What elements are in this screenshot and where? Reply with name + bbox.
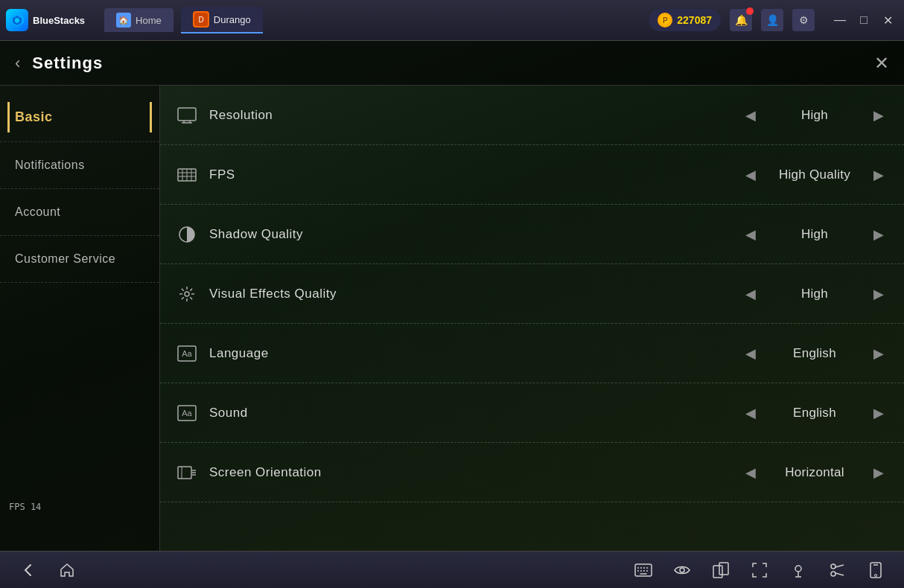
resolution-icon — [175, 103, 199, 127]
coin-icon: P — [658, 13, 672, 28]
sidebar-customer-service-label: Customer Service — [15, 252, 115, 265]
sidebar-item-basic[interactable]: Basic — [0, 93, 159, 142]
shadow-quality-row: Shadow Quality ◀ High ▶ — [160, 205, 904, 264]
svg-line-22 — [190, 288, 192, 290]
fps-value: High Quality — [770, 167, 859, 182]
visual-effects-icon — [175, 282, 199, 306]
keyboard-taskbar-btn[interactable] — [630, 557, 657, 584]
sound-next-btn[interactable]: ▶ — [868, 403, 889, 424]
svg-line-50 — [835, 565, 844, 567]
game-tab-icon: D — [193, 11, 209, 28]
sound-prev-btn[interactable]: ◀ — [740, 403, 761, 424]
sound-icon: Aa — [175, 401, 199, 425]
notification-wrapper: 🔔 — [730, 9, 752, 31]
svg-point-24 — [185, 292, 189, 296]
back-button[interactable]: ‹ — [15, 54, 20, 73]
shadow-quality-icon — [175, 223, 199, 246]
maximize-btn[interactable]: □ — [853, 10, 874, 31]
eye-taskbar-btn[interactable] — [669, 557, 695, 584]
svg-point-48 — [831, 564, 835, 569]
title-bar-left: BlueStacks 🏠 Home D Durango — [6, 7, 649, 33]
resolution-row: Resolution ◀ High ▶ — [160, 86, 904, 145]
sidebar-account-label: Account — [15, 205, 60, 218]
sidebar-item-account[interactable]: Account — [0, 189, 159, 236]
window-controls: — □ ✕ — [830, 10, 898, 31]
home-tab-icon: 🏠 — [116, 13, 131, 28]
multi-taskbar-btn[interactable] — [707, 557, 734, 584]
screen-orientation-label: Screen Orientation — [209, 465, 740, 480]
svg-line-20 — [182, 288, 184, 290]
sound-label: Sound — [209, 406, 740, 421]
resolution-value: High — [770, 108, 859, 123]
fps-counter: FPS 14 — [9, 502, 41, 512]
taskbar — [0, 551, 904, 588]
resolution-prev-btn[interactable]: ◀ — [740, 105, 761, 126]
shadow-quality-control: ◀ High ▶ — [740, 224, 889, 245]
close-settings-button[interactable]: ✕ — [874, 53, 889, 74]
svg-line-23 — [182, 297, 184, 299]
game-tab[interactable]: D Durango — [181, 7, 263, 33]
scissors-taskbar-btn[interactable] — [824, 557, 850, 584]
language-label: Language — [209, 346, 740, 361]
back-taskbar-btn[interactable] — [15, 557, 42, 584]
svg-text:Aa: Aa — [182, 349, 192, 358]
sound-row: Aa Sound ◀ English ▶ — [160, 383, 904, 443]
settings-btn[interactable]: ⚙ — [792, 9, 815, 31]
screen-orientation-next-btn[interactable]: ▶ — [868, 462, 889, 483]
screen-orientation-control: ◀ Horizontal ▶ — [740, 462, 889, 483]
svg-text:D: D — [198, 16, 203, 24]
sidebar-item-customer-service[interactable]: Customer Service — [0, 236, 159, 283]
language-control: ◀ English ▶ — [740, 343, 889, 364]
svg-point-49 — [831, 572, 835, 576]
resolution-control: ◀ High ▶ — [740, 105, 889, 126]
bluestacks-logo — [6, 9, 28, 31]
sidebar-basic-label: Basic — [15, 109, 53, 124]
sound-value: English — [770, 406, 859, 421]
language-next-btn[interactable]: ▶ — [868, 343, 889, 364]
shadow-quality-value: High — [770, 227, 859, 242]
home-tab-label: Home — [136, 15, 162, 26]
settings-panel: Resolution ◀ High ▶ — [160, 86, 904, 551]
language-value: English — [770, 346, 859, 361]
svg-point-47 — [795, 566, 801, 572]
svg-point-44 — [680, 568, 684, 572]
minimize-btn[interactable]: — — [830, 10, 850, 31]
title-bar-right: P 227087 🔔 👤 ⚙ — □ ✕ — [649, 9, 898, 31]
svg-point-53 — [875, 574, 877, 576]
app-title: BlueStacks — [33, 15, 85, 26]
profile-btn[interactable]: 👤 — [761, 9, 783, 31]
language-prev-btn[interactable]: ◀ — [740, 343, 761, 364]
fullscreen-taskbar-btn[interactable] — [746, 557, 773, 584]
fps-prev-btn[interactable]: ◀ — [740, 164, 761, 185]
close-btn[interactable]: ✕ — [877, 10, 898, 31]
shadow-quality-prev-btn[interactable]: ◀ — [740, 224, 761, 245]
svg-line-51 — [835, 573, 844, 575]
visual-effects-next-btn[interactable]: ▶ — [868, 284, 889, 304]
screen-orientation-prev-btn[interactable]: ◀ — [740, 462, 761, 483]
fps-row: FPS ◀ High Quality ▶ — [160, 145, 904, 205]
screen-orientation-icon — [175, 461, 199, 485]
sidebar-notifications-label: Notifications — [15, 159, 85, 171]
screen-orientation-row: Screen Orientation ◀ Horizontal ▶ — [160, 443, 904, 502]
visual-effects-control: ◀ High ▶ — [740, 284, 889, 304]
visual-effects-value: High — [770, 287, 859, 301]
title-bar: BlueStacks 🏠 Home D Durango P 227087 🔔 👤… — [0, 0, 904, 41]
game-tab-label: Durango — [214, 14, 251, 25]
visual-effects-prev-btn[interactable]: ◀ — [740, 284, 761, 304]
phone-taskbar-btn[interactable] — [862, 557, 889, 584]
shadow-quality-next-btn[interactable]: ▶ — [868, 224, 889, 245]
settings-title: Settings — [32, 54, 103, 73]
settings-area: ‹ Settings ✕ Basic Notifications Account… — [0, 41, 904, 551]
fps-label: FPS — [209, 167, 740, 182]
visual-effects-label: Visual Effects Quality — [209, 287, 740, 301]
notification-dot — [746, 7, 754, 15]
resolution-next-btn[interactable]: ▶ — [868, 105, 889, 126]
visual-effects-row: Visual Effects Quality ◀ High ▶ — [160, 264, 904, 324]
map-taskbar-btn[interactable] — [785, 557, 812, 584]
home-taskbar-btn[interactable] — [54, 557, 80, 584]
home-tab[interactable]: 🏠 Home — [104, 8, 174, 32]
shadow-quality-label: Shadow Quality — [209, 227, 740, 242]
fps-next-btn[interactable]: ▶ — [868, 164, 889, 185]
language-icon: Aa — [175, 342, 199, 365]
sidebar-item-notifications[interactable]: Notifications — [0, 142, 159, 189]
